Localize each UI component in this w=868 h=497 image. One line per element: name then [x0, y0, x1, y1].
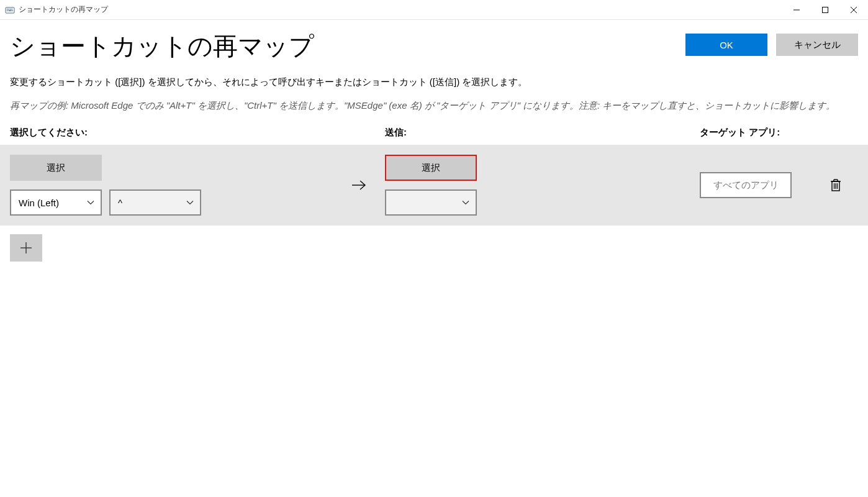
svg-rect-2	[9, 9, 10, 10]
cancel-button[interactable]: キャンセル	[776, 34, 858, 56]
column-headers: 選択してください: 送信: ターゲット アプリ:	[0, 127, 868, 145]
svg-rect-9	[823, 7, 828, 12]
window-controls	[782, 0, 868, 19]
select-key2-dropdown[interactable]: ^	[109, 189, 201, 216]
svg-rect-5	[7, 10, 8, 11]
column-header-target: ターゲット アプリ:	[700, 127, 858, 139]
chevron-down-icon	[186, 200, 194, 205]
select-key2-value: ^	[118, 198, 122, 208]
chevron-down-icon	[462, 200, 469, 205]
select-dropdown-row: Win (Left) ^	[10, 189, 333, 216]
row-target-group: すべてのアプリ	[700, 172, 858, 198]
send-key1-dropdown[interactable]	[385, 189, 477, 216]
titlebar: ショートカットの再マップ	[0, 0, 868, 20]
arrow-icon	[333, 179, 385, 191]
add-row-area	[0, 226, 868, 270]
svg-rect-4	[12, 9, 13, 10]
target-app-input[interactable]: すべてのアプリ	[700, 172, 792, 198]
plus-icon	[19, 241, 33, 255]
svg-rect-3	[10, 9, 11, 10]
minimize-button[interactable]	[782, 0, 811, 19]
example-text: 再マップの例: Microsoft Edge でのみ "Alt+T" を選択し、…	[10, 98, 858, 113]
add-row-button[interactable]	[10, 234, 42, 262]
trash-icon	[830, 178, 842, 193]
send-dropdown-row	[385, 189, 700, 216]
select-key1-dropdown[interactable]: Win (Left)	[10, 189, 102, 216]
remap-row: 選択 Win (Left) ^ 選択	[0, 145, 868, 226]
page-title: ショートカットの再マップ	[10, 31, 685, 61]
window-title: ショートカットの再マップ	[19, 4, 782, 15]
instruction-text: 変更するショートカット ([選択]) を選択してから、それによって呼び出すキーま…	[10, 75, 858, 89]
svg-rect-6	[9, 10, 12, 11]
keyboard-icon	[5, 5, 15, 15]
svg-rect-7	[12, 10, 13, 11]
chevron-down-icon	[87, 200, 94, 205]
row-select-group: 選択 Win (Left) ^	[10, 155, 333, 216]
column-header-send: 送信:	[385, 127, 700, 139]
column-header-select: 選択してください:	[10, 127, 385, 139]
select-key1-value: Win (Left)	[19, 198, 59, 208]
svg-rect-1	[7, 9, 8, 10]
header: ショートカットの再マップ OK キャンセル	[0, 20, 868, 75]
select-shortcut-button[interactable]: 選択	[10, 155, 102, 181]
close-button[interactable]	[839, 0, 868, 19]
maximize-button[interactable]	[811, 0, 839, 19]
header-buttons: OK キャンセル	[685, 34, 858, 56]
body-text: 変更するショートカット ([選択]) を選択してから、それによって呼び出すキーま…	[0, 75, 868, 127]
row-send-group: 選択	[385, 155, 700, 216]
send-select-button[interactable]: 選択	[385, 155, 477, 181]
delete-row-button[interactable]	[829, 177, 843, 193]
target-placeholder: すべてのアプリ	[713, 180, 779, 191]
ok-button[interactable]: OK	[685, 34, 767, 56]
